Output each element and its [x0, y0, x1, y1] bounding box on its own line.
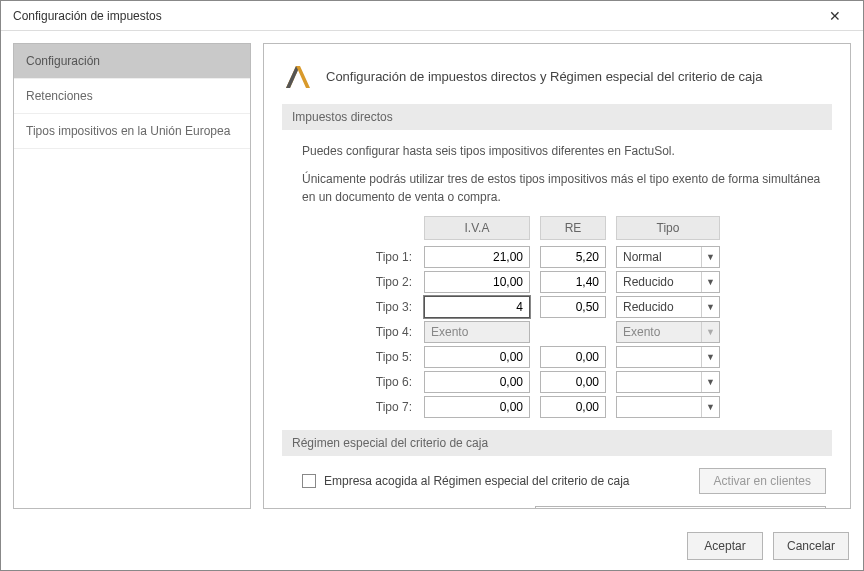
print-text-input[interactable]: [535, 506, 826, 509]
print-text-row: Texto a imprimir en las facturas acogida…: [302, 506, 826, 509]
tipo-select-3[interactable]: Reducido ▼: [616, 296, 720, 318]
tax-row-label: Tipo 6:: [342, 375, 424, 389]
iva-input-4: [424, 321, 530, 343]
tipo-select-value: Exento: [617, 325, 701, 339]
activate-clients-button[interactable]: Activar en clientes: [699, 468, 826, 494]
window-title: Configuración de impuestos: [13, 9, 815, 23]
tax-row-1: Tipo 1: Normal ▼: [342, 246, 832, 268]
iva-input-5[interactable]: [424, 346, 530, 368]
tax-row-label: Tipo 1:: [342, 250, 424, 264]
sidebar-item-tipos-ue[interactable]: Tipos impositivos en la Unión Europea: [14, 114, 250, 149]
tax-row-label: Tipo 3:: [342, 300, 424, 314]
dialog-footer: Aceptar Cancelar: [1, 521, 863, 571]
titlebar: Configuración de impuestos ✕: [1, 1, 863, 31]
tax-row-label: Tipo 2:: [342, 275, 424, 289]
chevron-down-icon: ▼: [701, 272, 719, 292]
tipo-select-2[interactable]: Reducido ▼: [616, 271, 720, 293]
tax-row-5: Tipo 5: ▼: [342, 346, 832, 368]
accept-button[interactable]: Aceptar: [687, 532, 763, 560]
iva-input-7[interactable]: [424, 396, 530, 418]
section-heading-recc: Régimen especial del criterio de caja: [282, 430, 832, 456]
agency-logo-icon: [282, 62, 314, 90]
tax-row-4: Tipo 4: Exento ▼: [342, 321, 832, 343]
page-title: Configuración de impuestos directos y Ré…: [326, 69, 762, 84]
re-input-3[interactable]: [540, 296, 606, 318]
direct-desc-1: Puedes configurar hasta seis tipos impos…: [302, 142, 822, 160]
chevron-down-icon: ▼: [701, 297, 719, 317]
iva-input-1[interactable]: [424, 246, 530, 268]
re-input-6[interactable]: [540, 371, 606, 393]
iva-input-6[interactable]: [424, 371, 530, 393]
tax-row-label: Tipo 4:: [342, 325, 424, 339]
main-panel: Configuración de impuestos directos y Ré…: [263, 43, 851, 509]
tax-grid: I.V.A RE Tipo Tipo 1: Normal ▼ Tipo 2: R…: [342, 216, 832, 418]
tax-row-label: Tipo 5:: [342, 350, 424, 364]
col-header-re: RE: [540, 216, 606, 240]
recc-checkbox[interactable]: [302, 474, 316, 488]
recc-row: Empresa acogida al Régimen especial del …: [302, 468, 826, 494]
tipo-select-6[interactable]: ▼: [616, 371, 720, 393]
page-header: Configuración de impuestos directos y Ré…: [282, 62, 832, 90]
direct-desc-2: Únicamente podrás utilizar tres de estos…: [302, 170, 822, 206]
dialog-body: Configuración Retenciones Tipos impositi…: [1, 31, 863, 521]
chevron-down-icon: ▼: [701, 347, 719, 367]
tax-row-6: Tipo 6: ▼: [342, 371, 832, 393]
tipo-select-value: Reducido: [617, 275, 701, 289]
tax-row-2: Tipo 2: Reducido ▼: [342, 271, 832, 293]
tax-row-7: Tipo 7: ▼: [342, 396, 832, 418]
chevron-down-icon: ▼: [701, 322, 719, 342]
re-input-7[interactable]: [540, 396, 606, 418]
tipo-select-1[interactable]: Normal ▼: [616, 246, 720, 268]
chevron-down-icon: ▼: [701, 372, 719, 392]
chevron-down-icon: ▼: [701, 247, 719, 267]
sidebar: Configuración Retenciones Tipos impositi…: [13, 43, 251, 509]
tax-grid-header: I.V.A RE Tipo: [342, 216, 832, 240]
close-icon[interactable]: ✕: [815, 2, 855, 30]
tipo-select-7[interactable]: ▼: [616, 396, 720, 418]
col-header-tipo: Tipo: [616, 216, 720, 240]
tipo-select-4: Exento ▼: [616, 321, 720, 343]
tipo-select-value: Reducido: [617, 300, 701, 314]
sidebar-item-configuracion[interactable]: Configuración: [14, 44, 250, 79]
tipo-select-value: Normal: [617, 250, 701, 264]
cancel-button[interactable]: Cancelar: [773, 532, 849, 560]
section-heading-direct: Impuestos directos: [282, 104, 832, 130]
recc-checkbox-label: Empresa acogida al Régimen especial del …: [324, 474, 691, 488]
tipo-select-5[interactable]: ▼: [616, 346, 720, 368]
tax-row-3: Tipo 3: Reducido ▼: [342, 296, 832, 318]
sidebar-item-retenciones[interactable]: Retenciones: [14, 79, 250, 114]
iva-input-2[interactable]: [424, 271, 530, 293]
re-input-1[interactable]: [540, 246, 606, 268]
re-input-2[interactable]: [540, 271, 606, 293]
chevron-down-icon: ▼: [701, 397, 719, 417]
re-input-5[interactable]: [540, 346, 606, 368]
iva-input-3[interactable]: [424, 296, 530, 318]
tax-row-label: Tipo 7:: [342, 400, 424, 414]
col-header-iva: I.V.A: [424, 216, 530, 240]
